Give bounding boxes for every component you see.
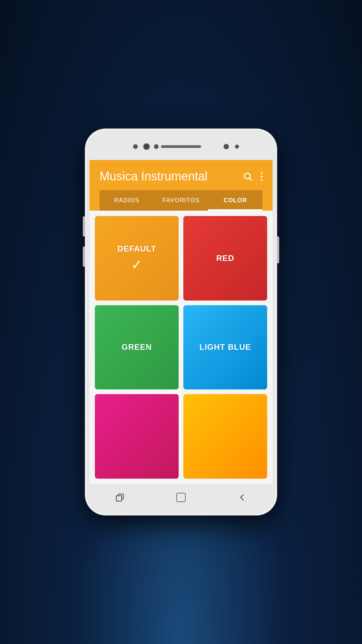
title-row: Musica Instrumental [100, 169, 262, 190]
svg-point-0 [244, 173, 250, 179]
dot2 [261, 176, 262, 177]
color-tile-yellow[interactable] [183, 394, 267, 479]
tile-green-label: GREEN [122, 342, 152, 352]
tile-lightblue-label: LIGHT BLUE [199, 342, 251, 352]
recent-apps-button[interactable] [112, 489, 128, 506]
back-icon [237, 493, 247, 502]
color-tile-pink[interactable] [95, 394, 179, 479]
color-tile-green[interactable]: GREEN [95, 305, 179, 390]
tab-favoritos[interactable]: FAVORITOS [154, 190, 208, 211]
tab-radios[interactable]: RADIOS [100, 190, 154, 211]
color-tile-default[interactable]: DEFAULT ✓ [95, 216, 179, 301]
svg-rect-2 [116, 496, 122, 501]
camera-dot-right [154, 144, 159, 149]
header-icons [243, 171, 262, 181]
more-menu-button[interactable] [261, 172, 262, 181]
color-tile-red[interactable]: RED [183, 216, 267, 301]
recent-icon [116, 493, 124, 502]
home-icon [176, 493, 186, 502]
tile-red-label: RED [216, 254, 234, 263]
tile-default-label: DEFAULT [117, 244, 156, 254]
tabs-bar: RADIOS FAVORITOS COLOR [100, 190, 262, 211]
home-button[interactable] [173, 489, 189, 506]
bottom-nav [89, 484, 273, 511]
phone-screen: Musica Instrumental [89, 133, 273, 511]
sensor-dot2 [235, 145, 239, 149]
app-header: Musica Instrumental [89, 160, 273, 211]
camera-dot-left [133, 144, 138, 149]
camera-main [143, 143, 150, 150]
phone-notch [89, 133, 273, 160]
color-tile-lightblue[interactable]: LIGHT BLUE [183, 305, 267, 390]
checkmark-icon: ✓ [131, 257, 142, 272]
svg-line-1 [250, 178, 252, 181]
sensor-dot [224, 144, 229, 149]
search-button[interactable] [243, 171, 253, 181]
more-icon [261, 172, 262, 181]
color-grid: DEFAULT ✓ RED GREEN LIGHT BLUE [89, 211, 273, 484]
app-wrapper: Musica Instrumental [89, 160, 273, 484]
dot3 [261, 179, 262, 181]
app-title: Musica Instrumental [100, 169, 207, 183]
search-icon [243, 171, 253, 181]
dot1 [261, 172, 262, 174]
back-button[interactable] [234, 489, 250, 506]
speaker [161, 145, 201, 148]
phone-frame: Musica Instrumental [85, 129, 277, 515]
tab-color[interactable]: COLOR [208, 190, 262, 211]
